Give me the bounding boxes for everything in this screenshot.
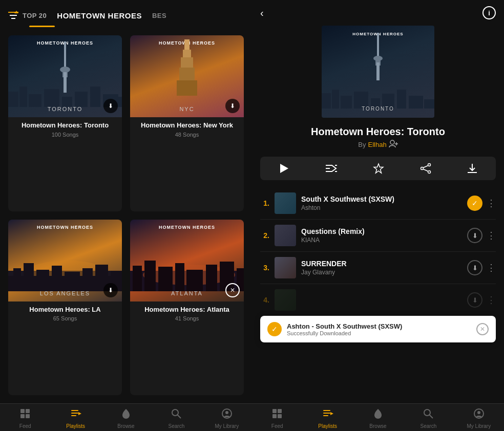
svg-rect-2 xyxy=(11,18,15,19)
toast-title: Ashton - South X Southwest (SXSW) xyxy=(287,322,402,330)
left-panel: TOP 20 HOMETOWN HEROES BES HOMETOWN HERO… xyxy=(0,0,252,431)
author-name[interactable]: Ellhah xyxy=(368,141,387,148)
nav-label-feed-left: Feed xyxy=(19,423,31,429)
playlist-card-toronto[interactable]: HOMETOWN HEROES xyxy=(8,35,122,211)
nav-search-right[interactable]: Search xyxy=(403,408,453,429)
nav-feed-right[interactable]: Feed xyxy=(252,408,302,429)
download-icon-4: ⬇ xyxy=(467,292,482,308)
playlist-card-atlanta[interactable]: HOMETOWN HEROES ATLANTA ✕ xyxy=(130,220,244,396)
toast-close-btn[interactable]: ✕ xyxy=(476,323,489,335)
svg-rect-16 xyxy=(118,97,122,107)
svg-rect-18 xyxy=(183,50,191,57)
svg-rect-1 xyxy=(10,15,17,16)
playlist-card-la[interactable]: HOMETOWN HEROES LOS ANGELES xyxy=(8,220,122,396)
download-btn-3[interactable]: ⬇ xyxy=(103,283,118,297)
play-button[interactable] xyxy=(278,163,289,174)
nav-browse-right[interactable]: Browse xyxy=(353,408,403,429)
shuffle-button[interactable] xyxy=(325,163,337,174)
nav-label-library-left: My Library xyxy=(215,423,239,429)
svg-rect-39 xyxy=(186,270,203,291)
card-count-1: 100 Songs xyxy=(13,132,117,138)
right-bottom-nav: Feed Playlists Browse xyxy=(252,403,504,431)
more-btn-1[interactable]: ⋮ xyxy=(487,198,496,209)
svg-rect-47 xyxy=(71,410,78,411)
nav-library-left[interactable]: My Library xyxy=(202,408,252,429)
song-title-3: SURRENDER xyxy=(301,260,462,268)
brand-label-4: HOMETOWN HEROES xyxy=(130,225,244,230)
cancel-btn-4[interactable]: ✕ xyxy=(225,283,240,297)
svg-rect-21 xyxy=(177,80,197,96)
download-icon-3[interactable]: ⬇ xyxy=(467,260,482,275)
playlists-icon-right xyxy=(322,408,333,422)
download-btn-2[interactable]: ⬇ xyxy=(225,99,240,113)
nav-playlists-right[interactable]: Playlists xyxy=(302,408,352,429)
library-icon-left xyxy=(221,408,233,422)
nav-playlists-left[interactable]: Playlists xyxy=(50,408,100,429)
nav-library-right[interactable]: My Library xyxy=(454,408,504,429)
toast-notification: ✓ Ashton - South X Southwest (SXSW) Succ… xyxy=(260,316,496,342)
svg-point-54 xyxy=(225,411,228,414)
song-thumb-2 xyxy=(275,225,296,246)
top-tabs: TOP 20 HOMETOWN HEROES BES xyxy=(23,11,244,20)
nav-label-browse-right: Browse xyxy=(369,423,386,429)
download-btn-1[interactable]: ⬇ xyxy=(103,99,118,113)
song-item-3[interactable]: 3. SURRENDER Jay Glavany ⬇ ⋮ xyxy=(252,252,504,284)
follow-icon[interactable] xyxy=(389,140,398,149)
star-button[interactable] xyxy=(373,163,384,174)
info-button[interactable]: i xyxy=(482,6,496,19)
svg-rect-58 xyxy=(376,62,380,80)
song-thumb-3 xyxy=(275,257,296,278)
nav-search-left[interactable]: Search xyxy=(151,408,201,429)
svg-rect-82 xyxy=(272,409,277,413)
tab-best[interactable]: BES xyxy=(152,12,166,19)
checked-icon-1: ✓ xyxy=(467,196,482,211)
song-artist-2: KIANA xyxy=(301,236,462,244)
nav-label-feed-right: Feed xyxy=(271,423,283,429)
svg-rect-49 xyxy=(71,415,76,416)
nav-label-search-left: Search xyxy=(169,423,185,429)
album-art: HOMETOWN HEROES TORONTO xyxy=(322,26,434,118)
svg-rect-83 xyxy=(278,409,282,413)
toast-check-icon: ✓ xyxy=(267,322,282,336)
svg-rect-40 xyxy=(206,265,217,291)
song-title-2: Questions (Remix) xyxy=(301,227,462,235)
svg-rect-35 xyxy=(133,266,142,291)
song-number-4: 4. xyxy=(260,296,269,304)
card-count-3: 65 Songs xyxy=(13,315,117,321)
download-icon-2[interactable]: ⬇ xyxy=(467,228,482,243)
card-count-2: 48 Songs xyxy=(135,132,239,138)
nav-feed-left[interactable]: Feed xyxy=(0,408,50,429)
song-item-4-container: 4. ⬇ ⋮ ✓ Ashton - South X Southwest (SXS… xyxy=(252,284,504,342)
more-btn-3[interactable]: ⋮ xyxy=(487,262,496,273)
svg-rect-86 xyxy=(323,410,330,411)
svg-rect-45 xyxy=(20,414,25,418)
tab-top20[interactable]: TOP 20 xyxy=(23,12,47,19)
search-icon-right xyxy=(423,408,434,422)
back-button[interactable]: ‹ xyxy=(260,7,264,19)
album-city: TORONTO xyxy=(322,106,434,112)
card-title-2: Hometown Heroes: New York xyxy=(135,121,239,130)
download-all-button[interactable] xyxy=(467,163,478,174)
svg-point-76 xyxy=(428,171,430,174)
more-btn-2[interactable]: ⋮ xyxy=(487,230,496,241)
svg-marker-74 xyxy=(374,164,383,173)
svg-rect-38 xyxy=(175,263,184,291)
svg-point-77 xyxy=(421,167,423,170)
svg-rect-88 xyxy=(323,415,328,416)
song-number-3: 3. xyxy=(260,264,269,272)
browse-icon-right xyxy=(372,408,384,422)
song-action-2: ⬇ ⋮ xyxy=(467,228,496,243)
song-item-2[interactable]: 2. Questions (Remix) KIANA ⬇ ⋮ xyxy=(252,220,504,251)
card-info-3: Hometown Heroes: LA 65 Songs xyxy=(8,301,122,327)
tab-hometown[interactable]: HOMETOWN HEROES xyxy=(57,11,142,20)
nav-browse-left[interactable]: Browse xyxy=(101,408,151,429)
svg-rect-14 xyxy=(90,87,100,107)
share-button[interactable] xyxy=(420,163,431,174)
playlist-card-nyc[interactable]: HOMETOWN HEROES NYC ⬇ Hometown Heroes: N… xyxy=(130,35,244,211)
filter-icon[interactable] xyxy=(8,11,18,20)
svg-marker-50 xyxy=(78,412,81,415)
song-title-1: South X Southwest (SXSW) xyxy=(301,195,462,203)
song-item-1[interactable]: 1. South X Southwest (SXSW) Ashton ✓ ⋮ xyxy=(252,187,504,219)
svg-rect-17 xyxy=(184,39,190,50)
more-btn-4: ⋮ xyxy=(487,294,496,306)
